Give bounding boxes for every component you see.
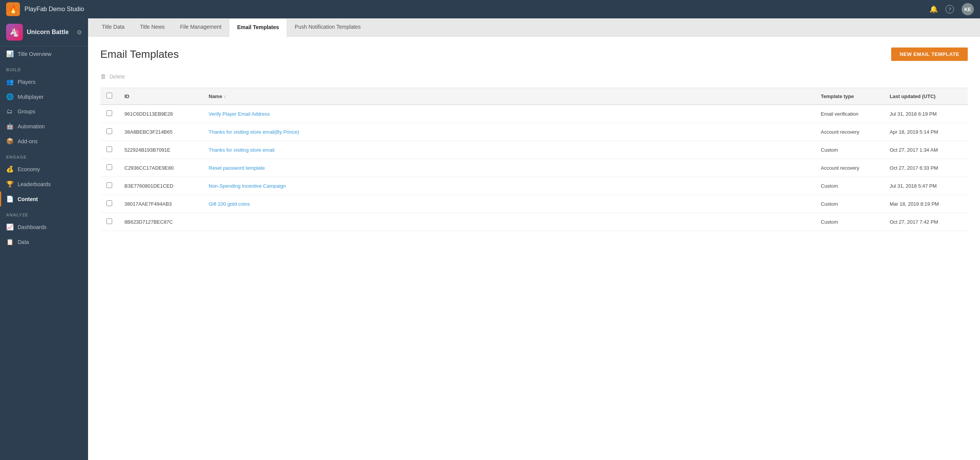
- cell-last-updated: Oct 27, 2017 7:42 PM: [884, 213, 968, 231]
- template-link-3[interactable]: Reset password template: [209, 165, 265, 171]
- cell-checkbox: [100, 159, 118, 177]
- sidebar-item-automation[interactable]: 🤖 Automation: [0, 119, 88, 134]
- table-row: 38017AAE7F494AB3 Gift 100 gold coins Cus…: [100, 195, 968, 213]
- template-link-2[interactable]: Thanks for visiting store email: [209, 147, 274, 153]
- sidebar-item-players[interactable]: 👥 Players: [0, 74, 88, 89]
- sort-arrow-name: ↓: [224, 94, 226, 98]
- cell-template-type: Custom: [815, 195, 884, 213]
- sidebar-section-build: BUILD: [0, 61, 88, 74]
- settings-icon[interactable]: ⚙: [77, 29, 82, 36]
- cell-name: Gift 100 gold coins: [203, 195, 815, 213]
- cell-id: 38017AAE7F494AB3: [118, 195, 203, 213]
- row-checkbox-6[interactable]: [106, 218, 112, 224]
- select-all-checkbox[interactable]: [106, 93, 112, 98]
- cell-last-updated: Jul 31, 2018 5:47 PM: [884, 177, 968, 195]
- delete-icon: 🗑: [100, 73, 106, 80]
- row-checkbox-0[interactable]: [106, 110, 112, 116]
- row-checkbox-2[interactable]: [106, 146, 112, 152]
- sidebar-item-groups[interactable]: 🗂 Groups: [0, 104, 88, 119]
- sidebar-item-data[interactable]: 📋 Data: [0, 234, 88, 249]
- sidebar-item-multiplayer[interactable]: 🌐 Multiplayer: [0, 89, 88, 104]
- tab-bar: Title Data Title News File Management Em…: [88, 18, 980, 37]
- sidebar-item-label: Leaderboards: [18, 181, 51, 187]
- economy-icon: 💰: [6, 165, 13, 173]
- sidebar-item-title-overview[interactable]: 📊 Title Overview: [0, 46, 88, 61]
- new-email-template-button[interactable]: NEW EMAIL TEMPLATE: [891, 47, 968, 61]
- template-link-4[interactable]: Non-Spending Incentive Campaign: [209, 183, 286, 189]
- top-bar: 🔥 PlayFab Demo Studio 🔔 ? KE: [0, 0, 980, 18]
- cell-name: Thanks for visiting store email: [203, 141, 815, 159]
- cell-id: 961C6DD113EB9E28: [118, 105, 203, 123]
- tab-push-notifications[interactable]: Push Notification Templates: [287, 18, 369, 36]
- sidebar-item-label: Economy: [18, 166, 40, 172]
- sidebar-item-leaderboards[interactable]: 🏆 Leaderboards: [0, 177, 88, 192]
- th-name[interactable]: Name ↓: [203, 88, 815, 105]
- sidebar-item-add-ons[interactable]: 📦 Add-ons: [0, 134, 88, 149]
- cell-checkbox: [100, 105, 118, 123]
- content-icon: 📄: [6, 195, 13, 203]
- sidebar-section-engage: ENGAGE: [0, 149, 88, 162]
- user-avatar[interactable]: KE: [962, 3, 974, 15]
- email-templates-table: ID Name ↓ Template type Last upd: [100, 88, 968, 231]
- cell-checkbox: [100, 213, 118, 231]
- game-icon: 🦄: [6, 24, 23, 41]
- page-header: Email Templates NEW EMAIL TEMPLATE: [100, 47, 968, 61]
- table-row: B3E7760801DE1CED Non-Spending Incentive …: [100, 177, 968, 195]
- tab-file-management[interactable]: File Management: [172, 18, 229, 36]
- help-icon[interactable]: ?: [946, 5, 954, 13]
- sidebar-item-label: Title Overview: [18, 51, 51, 57]
- cell-template-type: Account recovery: [815, 159, 884, 177]
- cell-last-updated: Oct 27, 2017 6:33 PM: [884, 159, 968, 177]
- game-selector[interactable]: 🦄 Unicorn Battle ⚙: [0, 18, 88, 46]
- tab-title-news[interactable]: Title News: [132, 18, 172, 36]
- sidebar-item-label: Groups: [18, 108, 35, 115]
- cell-template-type: Custom: [815, 213, 884, 231]
- cell-template-type: Custom: [815, 177, 884, 195]
- cell-name: Thanks for visiting store email(By Princ…: [203, 123, 815, 141]
- table-row: 38A8BEBC3F214B65 Thanks for visiting sto…: [100, 123, 968, 141]
- tab-email-templates[interactable]: Email Templates: [229, 18, 287, 37]
- template-link-1[interactable]: Thanks for visiting store email(By Princ…: [209, 129, 299, 135]
- row-checkbox-3[interactable]: [106, 164, 112, 170]
- cell-checkbox: [100, 195, 118, 213]
- row-checkbox-4[interactable]: [106, 182, 112, 188]
- cell-id: 8B623D7127BEC87C: [118, 213, 203, 231]
- cell-template-type: Email verification: [815, 105, 884, 123]
- sidebar-item-content[interactable]: 📄 Content: [0, 192, 88, 206]
- cell-name: Verify Player Email Address: [203, 105, 815, 123]
- sidebar-item-label: Data: [18, 239, 29, 245]
- cell-last-updated: Jul 31, 2018 6:19 PM: [884, 105, 968, 123]
- sidebar-item-dashboards[interactable]: 📈 Dashboards: [0, 219, 88, 234]
- tab-title-data[interactable]: Title Data: [94, 18, 132, 36]
- game-name: Unicorn Battle: [27, 29, 69, 36]
- groups-icon: 🗂: [6, 108, 13, 115]
- sidebar-item-label: Content: [18, 196, 38, 202]
- th-template-type: Template type: [815, 88, 884, 105]
- addons-icon: 📦: [6, 138, 13, 145]
- delete-label: Delete: [109, 74, 125, 80]
- row-checkbox-5[interactable]: [106, 200, 112, 206]
- sidebar-item-label: Automation: [18, 123, 45, 129]
- notification-icon[interactable]: 🔔: [929, 5, 938, 13]
- page-content: Email Templates NEW EMAIL TEMPLATE 🗑 Del…: [88, 37, 980, 460]
- sidebar-item-economy[interactable]: 💰 Economy: [0, 162, 88, 177]
- content-area: Title Data Title News File Management Em…: [88, 18, 980, 460]
- row-checkbox-1[interactable]: [106, 128, 112, 134]
- template-link-0[interactable]: Verify Player Email Address: [209, 111, 270, 117]
- table-row: 8B623D7127BEC87C Custom Oct 27, 2017 7:4…: [100, 213, 968, 231]
- template-link-5[interactable]: Gift 100 gold coins: [209, 201, 250, 207]
- cell-checkbox: [100, 123, 118, 141]
- cell-last-updated: Mar 18, 2019 8:19 PM: [884, 195, 968, 213]
- sidebar-item-label: Players: [18, 79, 36, 85]
- th-id: ID: [118, 88, 203, 105]
- cell-id: 522924B193B7091E: [118, 141, 203, 159]
- sidebar-section-analyze: ANALYZE: [0, 206, 88, 219]
- cell-id: C2936CC17ADE9E80: [118, 159, 203, 177]
- sidebar-item-label: Multiplayer: [18, 94, 44, 100]
- data-icon: 📋: [6, 238, 13, 246]
- title-overview-icon: 📊: [6, 50, 13, 57]
- cell-template-type: Account recovery: [815, 123, 884, 141]
- leaderboards-icon: 🏆: [6, 180, 13, 188]
- cell-checkbox: [100, 141, 118, 159]
- cell-id: B3E7760801DE1CED: [118, 177, 203, 195]
